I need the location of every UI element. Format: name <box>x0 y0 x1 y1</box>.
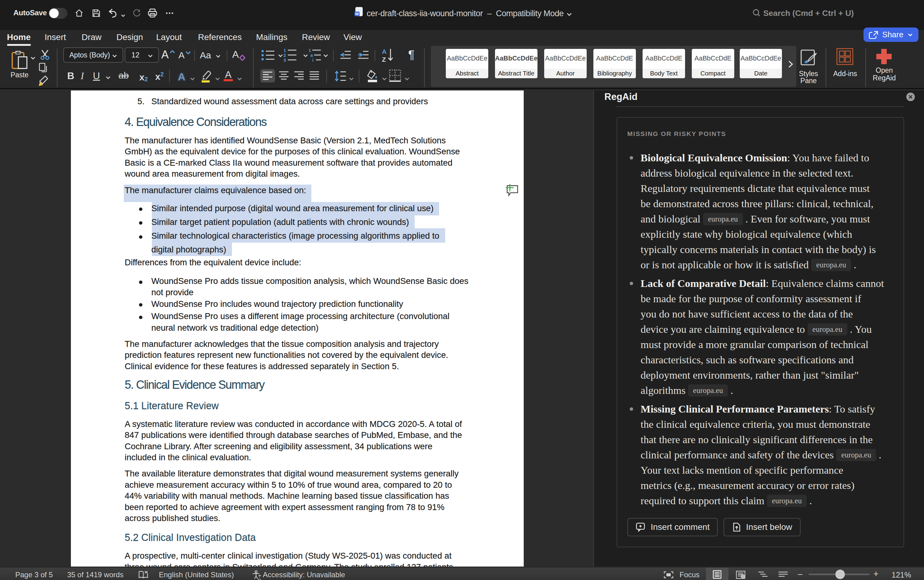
svg-text:i: i <box>312 58 313 63</box>
svg-text:W: W <box>355 12 359 16</box>
svg-text:a: a <box>310 53 313 58</box>
svg-text:3: 3 <box>283 58 286 63</box>
svg-text:?: ? <box>258 575 260 579</box>
svg-text:A: A <box>382 48 387 55</box>
svg-text:1: 1 <box>309 48 311 53</box>
svg-text:Z: Z <box>382 56 386 63</box>
svg-text:1: 1 <box>283 48 286 53</box>
svg-text:2: 2 <box>283 53 286 58</box>
